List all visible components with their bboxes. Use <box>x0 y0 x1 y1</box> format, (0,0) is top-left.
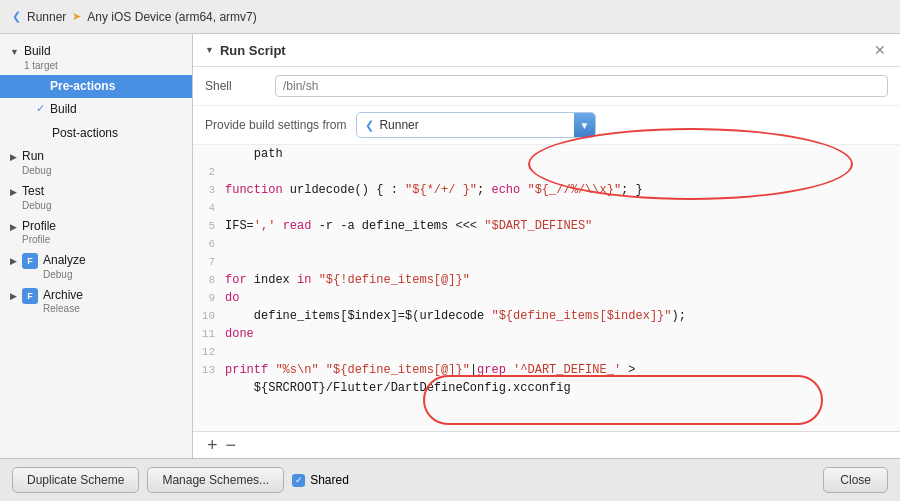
test-label: Test <box>22 184 184 200</box>
pre-actions-check-icon: ✓ <box>36 79 45 92</box>
analyze-expand-icon <box>10 256 17 266</box>
build-sublabel: 1 target <box>24 60 184 71</box>
dropdown-value-text: Runner <box>379 118 418 132</box>
code-line: 2 <box>193 163 900 181</box>
profile-label: Profile <box>22 219 184 235</box>
forward-arrow-icon: ➤ <box>72 10 81 23</box>
panel-close-button[interactable]: ✕ <box>872 42 888 58</box>
archive-label: Archive <box>43 288 184 304</box>
build-check-icon: ✓ <box>36 102 45 115</box>
code-editor[interactable]: path 2 3 function urldecode() { : "${*/+… <box>193 145 900 431</box>
sidebar-item-build[interactable]: Build 1 target <box>0 40 192 75</box>
code-line: 11 done <box>193 325 900 343</box>
remove-script-button[interactable]: − <box>224 436 239 454</box>
profile-sublabel: Profile <box>22 234 184 245</box>
analyze-icon: F <box>22 253 38 269</box>
build-expand-icon <box>10 47 19 57</box>
sidebar-item-profile[interactable]: Profile Profile <box>0 215 192 250</box>
shell-row: Shell <box>193 67 900 106</box>
build-label: Build <box>24 44 184 60</box>
close-button[interactable]: Close <box>823 467 888 493</box>
code-line: 9 do <box>193 289 900 307</box>
code-line: 4 <box>193 199 900 217</box>
archive-expand-icon <box>10 291 17 301</box>
sidebar-item-archive[interactable]: F Archive Release <box>0 284 192 319</box>
sidebar-item-analyze[interactable]: F Analyze Debug <box>0 249 192 284</box>
build-sub-label: Build <box>50 102 184 118</box>
test-sublabel: Debug <box>22 200 184 211</box>
code-line: 3 function urldecode() { : "${*/+/ }"; e… <box>193 181 900 199</box>
code-toolbar: + − <box>193 431 900 458</box>
code-line: 13 printf "%s\n" "${define_items[@]}"|gr… <box>193 361 900 379</box>
dropdown-inner: ❮ Runner <box>357 115 573 135</box>
manage-schemes-button[interactable]: Manage Schemes... <box>147 467 284 493</box>
code-line: 7 <box>193 253 900 271</box>
panel-header: ▼ Run Script ✕ <box>193 34 900 67</box>
code-line: 12 <box>193 343 900 361</box>
run-label: Run <box>22 149 184 165</box>
duplicate-scheme-button[interactable]: Duplicate Scheme <box>12 467 139 493</box>
code-line: path <box>193 145 900 163</box>
code-line: 10 define_items[$index]=$(urldecode "${d… <box>193 307 900 325</box>
archive-icon: F <box>22 288 38 304</box>
profile-expand-icon <box>10 222 17 232</box>
code-line: 5 IFS=',' read -r -a define_items <<< "$… <box>193 217 900 235</box>
analyze-label: Analyze <box>43 253 184 269</box>
sidebar-item-test[interactable]: Test Debug <box>0 180 192 215</box>
provide-row: Provide build settings from ❮ Runner ▼ <box>193 106 900 145</box>
sidebar-item-run[interactable]: Run Debug <box>0 145 192 180</box>
post-actions-label: Post-actions <box>52 126 184 142</box>
panel-collapse-icon: ▼ <box>205 45 214 55</box>
shell-input[interactable] <box>275 75 888 97</box>
code-line-path: ${SRCROOT}/Flutter/DartDefineConfig.xcco… <box>193 379 900 397</box>
script-panel: ▼ Run Script ✕ Shell Provide build setti… <box>193 34 900 458</box>
shared-checkbox-wrap[interactable]: ✓ Shared <box>292 473 349 487</box>
main-container: Build 1 target ✓ Pre-actions ✓ Build Pos… <box>0 34 900 458</box>
shell-label: Shell <box>205 79 265 93</box>
sidebar-item-post-actions[interactable]: Post-actions <box>0 122 192 146</box>
runner-icon: ❮ <box>365 119 374 132</box>
target-name: Any iOS Device (arm64, armv7) <box>87 10 256 24</box>
code-line: 8 for index in "${!define_items[@]}" <box>193 271 900 289</box>
run-sublabel: Debug <box>22 165 184 176</box>
title-bar: ❮ Runner ➤ Any iOS Device (arm64, armv7) <box>0 0 900 34</box>
analyze-sublabel: Debug <box>43 269 184 280</box>
test-expand-icon <box>10 187 17 197</box>
pre-actions-label: Pre-actions <box>50 79 184 95</box>
sidebar: Build 1 target ✓ Pre-actions ✓ Build Pos… <box>0 34 193 458</box>
runner-dropdown[interactable]: ❮ Runner ▼ <box>356 112 596 138</box>
sidebar-item-build-sub[interactable]: ✓ Build <box>0 98 192 122</box>
project-name: Runner <box>27 10 66 24</box>
code-line: 6 <box>193 235 900 253</box>
dropdown-arrow-button[interactable]: ▼ <box>574 113 596 137</box>
sidebar-item-pre-actions[interactable]: ✓ Pre-actions <box>0 75 192 99</box>
footer: Duplicate Scheme Manage Schemes... ✓ Sha… <box>0 458 900 501</box>
run-expand-icon <box>10 152 17 162</box>
back-chevron-icon: ❮ <box>12 10 21 23</box>
add-script-button[interactable]: + <box>205 436 220 454</box>
panel-title-text: Run Script <box>220 43 286 58</box>
archive-sublabel: Release <box>43 303 184 314</box>
shared-label: Shared <box>310 473 349 487</box>
provide-label: Provide build settings from <box>205 118 346 132</box>
shared-checkbox[interactable]: ✓ <box>292 474 305 487</box>
